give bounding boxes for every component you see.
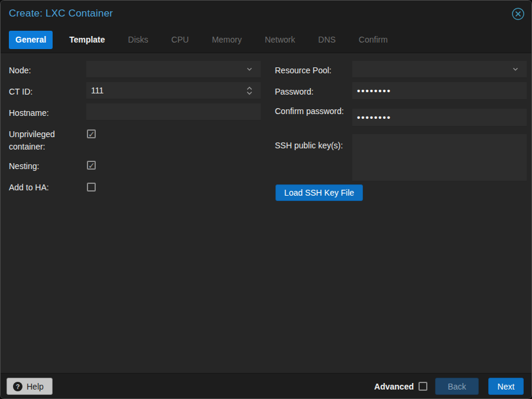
- nesting-checkbox[interactable]: ✓: [87, 161, 96, 170]
- advanced-label: Advanced: [374, 382, 414, 391]
- footer-actions: Advanced Back Next: [374, 378, 524, 395]
- ssh-public-keys-textarea[interactable]: [352, 134, 527, 181]
- wizard-tabbar: General Template Disks CPU Memory Networ…: [9, 31, 404, 49]
- hostname-input[interactable]: [86, 103, 261, 121]
- ct-id-label: CT ID:: [9, 86, 81, 98]
- ct-id-spinner-field[interactable]: 111: [86, 82, 261, 99]
- dialog-title: Create: LXC Container: [9, 8, 113, 20]
- dialog-footer: ? Help Advanced Back Next: [1, 374, 531, 398]
- tab-general[interactable]: General: [9, 31, 53, 49]
- tab-network[interactable]: Network: [258, 31, 301, 49]
- tab-confirm[interactable]: Confirm: [352, 31, 394, 49]
- ct-id-spin-buttons[interactable]: [243, 82, 256, 99]
- add-to-ha-checkbox[interactable]: [87, 183, 96, 192]
- help-button[interactable]: ? Help: [7, 378, 53, 395]
- nesting-label: Nesting:: [9, 160, 81, 173]
- general-form: Node: CT ID: 111 Hostname: Unpri: [1, 53, 531, 374]
- ct-id-value: 111: [91, 86, 243, 95]
- close-icon: [511, 7, 525, 21]
- tab-template[interactable]: Template: [63, 31, 111, 49]
- advanced-checkbox[interactable]: [419, 382, 427, 391]
- resource-pool-label: Resource Pool:: [275, 64, 350, 77]
- next-button[interactable]: Next: [488, 378, 524, 395]
- question-mark-icon: ?: [13, 382, 22, 391]
- password-input[interactable]: [352, 82, 527, 100]
- tab-disks[interactable]: Disks: [122, 31, 155, 49]
- unprivileged-checkbox[interactable]: ✓: [87, 129, 96, 138]
- hostname-label: Hostname:: [9, 107, 81, 119]
- unprivileged-label: Unprivileged container:: [9, 128, 81, 153]
- close-button[interactable]: [511, 7, 525, 21]
- confirm-password-input[interactable]: [352, 109, 527, 126]
- node-label: Node:: [9, 64, 81, 77]
- help-button-label: Help: [27, 382, 44, 391]
- resource-pool-combobox[interactable]: [352, 61, 527, 78]
- chevron-up-icon: [246, 86, 253, 90]
- add-to-ha-label: Add to HA:: [9, 181, 81, 194]
- password-label: Password:: [275, 86, 350, 98]
- chevron-down-icon: [511, 65, 520, 73]
- tab-cpu[interactable]: CPU: [165, 31, 196, 49]
- tab-memory[interactable]: Memory: [205, 31, 248, 49]
- chevron-down-icon: [246, 91, 253, 95]
- create-lxc-container-dialog: Create: LXC Container General Template D…: [0, 0, 532, 399]
- tab-dns[interactable]: DNS: [312, 31, 342, 49]
- confirm-password-label: Confirm password:: [275, 105, 350, 118]
- node-dropdown-trigger[interactable]: [243, 61, 256, 77]
- chevron-down-icon: [245, 65, 254, 73]
- resource-pool-dropdown-trigger[interactable]: [509, 61, 522, 77]
- load-ssh-key-file-button[interactable]: Load SSH Key File: [275, 184, 363, 201]
- ssh-public-keys-label: SSH public key(s):: [275, 140, 350, 152]
- back-button[interactable]: Back: [435, 378, 479, 395]
- node-combobox[interactable]: [86, 61, 261, 78]
- dialog-header: Create: LXC Container General Template D…: [1, 1, 531, 53]
